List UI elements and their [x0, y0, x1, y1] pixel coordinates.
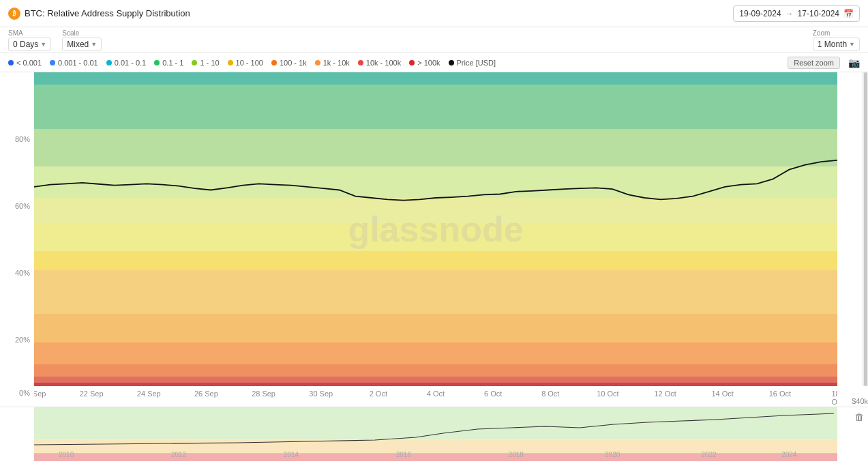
top-bar: ₿ BTC: Relative Address Supply Distribut…	[0, 0, 868, 27]
mini-x-2022: 2022	[701, 451, 716, 458]
legend-item-6: 100 - 1k	[271, 59, 307, 67]
x-label-8: 6 Oct	[484, 390, 502, 398]
band	[34, 72, 837, 85]
scale-chevron: ▼	[91, 41, 97, 48]
sma-chevron: ▼	[40, 41, 46, 48]
reset-zoom-button[interactable]: Reset zoom	[788, 57, 840, 69]
sma-label: SMA	[8, 29, 51, 37]
legend-label-price: Price [USD]	[457, 59, 496, 67]
legend-item-7: 1k - 10k	[315, 59, 350, 67]
x-label-6: 2 Oct	[370, 390, 387, 398]
svg-rect-1	[34, 439, 837, 453]
svg-rect-0	[34, 407, 837, 439]
date-arrow: →	[785, 9, 794, 18]
legend-dot-2	[106, 60, 112, 65]
band	[34, 270, 837, 314]
legend-label-6: 100 - 1k	[280, 59, 307, 67]
y-label-60: 60%	[15, 202, 30, 210]
legend-dot-9	[409, 60, 415, 65]
legend-item-0: < 0.001	[8, 59, 42, 67]
legend-label-5: 10 - 100	[236, 59, 263, 67]
band	[34, 85, 837, 128]
legend-item-1: 0.001 - 0.01	[50, 59, 98, 67]
legend-dot-price	[449, 60, 454, 65]
chart-title: BTC: Relative Address Supply Distributio…	[25, 8, 190, 18]
legend-item-9: > 100k	[409, 59, 440, 67]
mini-x-2010: 2010	[59, 451, 74, 458]
mini-x-2020: 2020	[605, 451, 620, 458]
y-label-80: 80%	[15, 135, 30, 143]
legend-bar: < 0.001 0.001 - 0.01 0.01 - 0.1 0.1 - 1 …	[0, 53, 868, 72]
mini-x-2018: 2018	[509, 451, 524, 458]
scale-select[interactable]: Mixed ▼	[62, 38, 102, 51]
camera-icon[interactable]: 📷	[848, 57, 860, 68]
x-label-3: 26 Sep	[194, 390, 218, 398]
legend-label-0: < 0.001	[16, 59, 42, 67]
legend-label-4: 1 - 10	[200, 59, 219, 67]
stacked-area-chart: glassnode	[34, 72, 837, 386]
calendar-icon[interactable]: 📅	[843, 9, 854, 18]
mini-chart-area: 2010 2012 2014 2016 2018 2020 2022 2024 …	[0, 407, 868, 461]
legend-label-9: > 100k	[417, 59, 440, 67]
controls-bar: SMA 0 Days ▼ Scale Mixed ▼ Zoom 1 Month …	[0, 27, 868, 53]
scrollbar-thumb[interactable]	[864, 72, 867, 386]
y-axis: 80% 60% 40% 20% 0%	[0, 72, 34, 407]
sma-control: SMA 0 Days ▼	[8, 29, 51, 51]
x-label-11: 12 Oct	[654, 390, 676, 398]
band	[34, 314, 837, 342]
legend-dot-8	[358, 60, 363, 65]
chart-area: 80% 60% 40% 20% 0% glassnode 20 Sep22 Se…	[0, 72, 868, 407]
band	[34, 166, 837, 198]
svg-rect-2	[34, 453, 837, 461]
legend-label-8: 10k - 100k	[366, 59, 401, 67]
scale-control: Scale Mixed ▼	[62, 29, 102, 51]
legend-label-7: 1k - 10k	[323, 59, 350, 67]
x-label-14: 18 Oct	[831, 390, 837, 406]
x-label-10: 10 Oct	[597, 390, 618, 398]
title-area: ₿ BTC: Relative Address Supply Distribut…	[8, 8, 190, 20]
y-label-20: 20%	[15, 336, 30, 344]
legend-item-5: 10 - 100	[228, 59, 263, 67]
legend-dot-5	[228, 60, 233, 65]
legend-dot-6	[271, 60, 277, 65]
legend-label-3: 0.1 - 1	[162, 59, 183, 67]
x-label-0: 20 Sep	[34, 390, 46, 398]
scale-value: Mixed	[67, 40, 89, 49]
legend-dot-0	[8, 60, 14, 65]
chart-main: glassnode 20 Sep22 Sep24 Sep26 Sep28 Sep…	[34, 72, 837, 407]
mini-chart-main: 2010 2012 2014 2016 2018 2020 2022 2024	[34, 407, 837, 461]
legend-item-price: Price [USD]	[449, 59, 496, 67]
date-range-selector[interactable]: 19-09-2024 → 17-10-2024 📅	[733, 5, 860, 22]
legend-dot-1	[50, 60, 55, 65]
mini-x-2024: 2024	[781, 451, 796, 458]
mini-x-2014: 2014	[284, 451, 299, 458]
y-label-40: 40%	[15, 269, 30, 277]
legend-dot-4	[192, 60, 197, 65]
legend-label-2: 0.01 - 0.1	[115, 59, 146, 67]
x-label-7: 4 Oct	[427, 390, 445, 398]
legend-dot-7	[315, 60, 320, 65]
x-label-12: 14 Oct	[712, 390, 734, 398]
x-label-2: 24 Sep	[137, 390, 161, 398]
x-label-1: 22 Sep	[80, 390, 104, 398]
mini-y-axis	[0, 407, 34, 461]
band	[34, 251, 837, 270]
date-from: 19-09-2024	[739, 9, 781, 18]
mini-x-2016: 2016	[396, 451, 411, 458]
x-label-9: 8 Oct	[541, 390, 559, 398]
legend-item-3: 0.1 - 1	[154, 59, 183, 67]
band	[34, 342, 837, 364]
zoom-select[interactable]: 1 Month ▼	[813, 38, 860, 51]
mini-delete-icon[interactable]: 🗑	[854, 411, 864, 422]
sma-select[interactable]: 0 Days ▼	[8, 38, 51, 51]
legend-dot-3	[154, 60, 160, 65]
mini-x-2012: 2012	[171, 451, 186, 458]
legend-item-4: 1 - 10	[192, 59, 219, 67]
x-label-13: 16 Oct	[769, 390, 791, 398]
scrollbar[interactable]	[863, 72, 868, 386]
zoom-chevron: ▼	[849, 41, 855, 48]
band	[34, 223, 837, 251]
zoom-label: Zoom	[813, 29, 860, 37]
mini-chart-svg	[34, 407, 837, 461]
y-label-0: 0%	[19, 389, 30, 397]
